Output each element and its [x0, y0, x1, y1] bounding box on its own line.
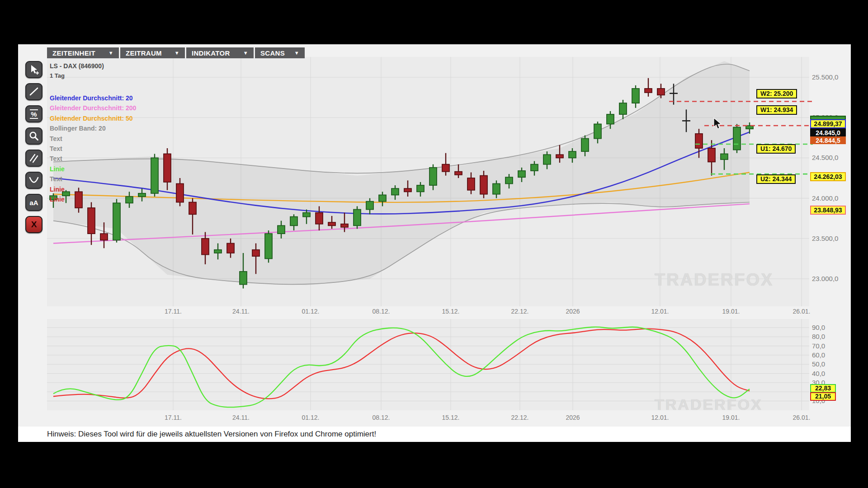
- candle-body: [265, 234, 272, 258]
- traderfox-watermark: TRADERFOX: [655, 396, 763, 413]
- traderfox-watermark: TRADERFOX: [655, 270, 774, 290]
- stochastic-fast-value: 22,83: [810, 384, 836, 393]
- candle-body: [379, 195, 386, 201]
- candle-body: [354, 210, 361, 226]
- chevron-down-icon: ▼: [294, 50, 299, 56]
- hint-bar: Hinweis: Dieses Tool wird für die jeweil…: [18, 427, 851, 442]
- candle-body: [404, 188, 411, 192]
- candle-body: [695, 134, 703, 148]
- menu-scans[interactable]: SCANS ▼: [255, 47, 305, 58]
- candle-body: [392, 188, 399, 195]
- text-icon: aA: [29, 199, 38, 206]
- arc-icon: [28, 174, 40, 186]
- zoom-tool-button[interactable]: [25, 127, 42, 145]
- legend-item[interactable]: Gleitender Durchschnitt: 200: [50, 103, 136, 113]
- indicator-axis-label: 40,0: [812, 370, 825, 377]
- legend-item[interactable]: Text: [50, 144, 136, 154]
- percent-tool-button[interactable]: %: [25, 105, 42, 122]
- candle-body: [721, 154, 728, 159]
- candle-body: [227, 244, 234, 253]
- menu-zeiteinheit[interactable]: ZEITEINHEIT ▼: [47, 47, 119, 58]
- chart-svg: 25.500,025.000,024.500,024.000,023.500,0…: [18, 44, 851, 442]
- candle-body: [607, 114, 614, 124]
- legend-item[interactable]: Bollinger Band: 20: [50, 123, 136, 133]
- price-marker-line-2: 23.848,93: [810, 206, 846, 215]
- candle-body: [100, 234, 108, 240]
- line-tool-button[interactable]: [25, 83, 42, 100]
- date-axis-label: 2026: [566, 414, 580, 421]
- legend-item[interactable]: Text: [50, 154, 136, 164]
- delete-tool-button[interactable]: X: [25, 216, 42, 233]
- candle-body: [733, 127, 741, 150]
- text-tool-button[interactable]: aA: [25, 194, 42, 211]
- candle-body: [594, 124, 601, 138]
- arc-tool-button[interactable]: [25, 172, 42, 189]
- menu-indikator[interactable]: INDIKATOR ▼: [186, 47, 254, 58]
- candle-body: [429, 168, 437, 185]
- date-axis-label: 15.12.: [442, 308, 460, 315]
- candle-body: [290, 217, 297, 226]
- symbol-title: LS - DAX (846900): [50, 62, 104, 70]
- indicator-axis-label: 70,0: [812, 342, 825, 350]
- candle-body: [341, 224, 348, 227]
- candle-body: [189, 202, 196, 215]
- price-marker-last: 24.899,37: [810, 119, 846, 128]
- date-axis-label: 19.01.: [722, 414, 740, 421]
- menu-label: SCANS: [260, 49, 285, 57]
- stochastic-slow-value: 21,05: [810, 392, 836, 401]
- timeframe-label: 1 Tag: [50, 72, 65, 79]
- drawing-toolbar: % aA X: [25, 61, 44, 238]
- candle-body: [164, 154, 171, 182]
- price-axis-label: 23.000,0: [812, 275, 838, 282]
- chevron-down-icon: ▼: [243, 50, 248, 56]
- candle-body: [202, 239, 209, 255]
- date-axis-label: 19.01.: [722, 308, 740, 315]
- level-label-u2[interactable]: U2: 24.344: [756, 174, 796, 184]
- level-label-w2[interactable]: W2: 25.200: [756, 89, 797, 99]
- application-window: 25.500,025.000,024.500,024.000,023.500,0…: [0, 0, 868, 488]
- candle-body: [708, 148, 715, 162]
- indicator-legend: Gleitender Durchschnitt: 20 Gleitender D…: [50, 93, 136, 204]
- date-axis-label: 08.12.: [373, 414, 390, 421]
- candle-body: [252, 250, 259, 256]
- legend-item[interactable]: Linie: [50, 164, 136, 174]
- legend-item[interactable]: Text: [50, 174, 136, 184]
- candle-body: [467, 178, 475, 190]
- date-axis-label: 01.12.: [302, 308, 320, 315]
- indicator-axis-label: 90,0: [812, 324, 825, 331]
- legend-item[interactable]: Linie: [50, 184, 136, 194]
- price-axis-label: 23.500,0: [812, 235, 838, 242]
- candle-body: [151, 158, 158, 193]
- candle-body: [493, 183, 500, 194]
- candle-body: [569, 151, 576, 158]
- level-label-w1[interactable]: W1: 24.934: [756, 105, 797, 115]
- date-axis-label: 24.11.: [232, 414, 250, 421]
- candle-body: [619, 103, 627, 114]
- parallel-lines-tool-button[interactable]: [25, 150, 42, 167]
- candle-body: [316, 213, 323, 224]
- legend-item[interactable]: Gleitender Durchschnitt: 50: [50, 113, 136, 123]
- candle-body: [518, 171, 525, 177]
- level-label-u1[interactable]: U1: 24.670: [756, 144, 796, 154]
- price-axis-label: 24.000,0: [812, 194, 838, 202]
- price-marker-ask: 24.844,5: [810, 136, 846, 144]
- indicator-axis-label: 60,0: [812, 351, 825, 359]
- chart-canvas[interactable]: 25.500,025.000,024.500,024.000,023.500,0…: [18, 44, 851, 442]
- candle-body: [455, 172, 462, 175]
- legend-item[interactable]: Text: [50, 134, 136, 144]
- candle-body: [531, 164, 538, 171]
- pointer-tool-button[interactable]: [25, 61, 42, 78]
- pointer-icon: [28, 64, 40, 75]
- price-marker-line-1: 24.262,03: [810, 172, 846, 181]
- menu-zeitraum[interactable]: ZEITRAUM ▼: [120, 47, 185, 58]
- magnifier-icon: [28, 130, 40, 142]
- legend-item[interactable]: Linie: [50, 194, 136, 204]
- candle-body: [214, 250, 222, 253]
- candle-body: [176, 183, 184, 202]
- date-axis-label: 22.12.: [511, 308, 529, 315]
- date-axis-label: 24.11.: [232, 308, 250, 315]
- legend-item[interactable]: Gleitender Durchschnitt: 20: [50, 93, 136, 103]
- date-axis-label: 2026: [566, 308, 580, 315]
- chevron-down-icon: ▼: [175, 50, 179, 56]
- top-menubar: ZEITEINHEIT ▼ ZEITRAUM ▼ INDIKATOR ▼ SCA…: [47, 47, 306, 58]
